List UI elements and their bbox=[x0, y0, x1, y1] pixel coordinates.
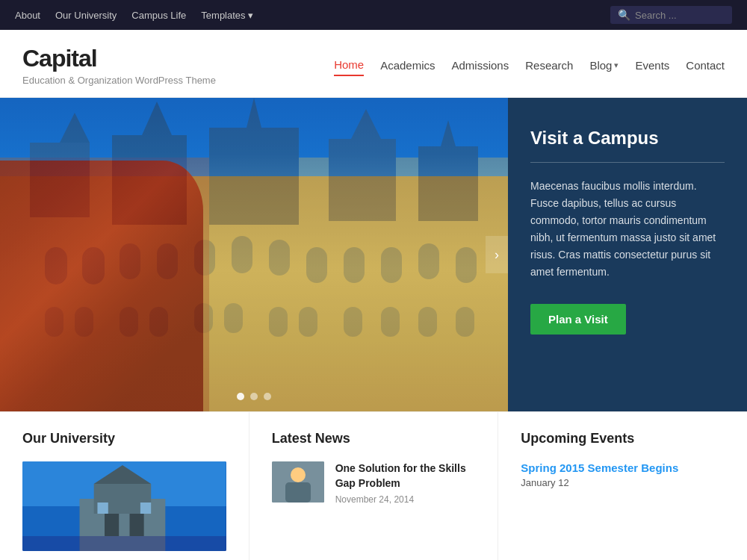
nav-academics[interactable]: Academics bbox=[380, 55, 435, 75]
hero-panel-text: Maecenas faucibus mollis interdum. Fusce… bbox=[530, 178, 725, 281]
slider-dot-2[interactable] bbox=[250, 393, 258, 400]
news-section-title: Latest News bbox=[272, 431, 476, 447]
plan-visit-button[interactable]: Plan a Visit bbox=[530, 304, 626, 335]
slider-dots bbox=[237, 393, 271, 400]
building-svg bbox=[0, 98, 508, 411]
nav-admissions[interactable]: Admissions bbox=[452, 55, 509, 75]
admin-search-bar: 🔍 bbox=[610, 6, 732, 24]
svg-rect-20 bbox=[344, 247, 365, 283]
hero-section: › Visit a Campus Maecenas faucibus molli… bbox=[0, 98, 747, 411]
nav-contact[interactable]: Contact bbox=[686, 55, 725, 75]
svg-rect-30 bbox=[269, 307, 288, 337]
university-image bbox=[22, 461, 226, 551]
svg-rect-33 bbox=[381, 307, 400, 337]
news-date: November 24, 2014 bbox=[335, 494, 476, 505]
hero-next-arrow[interactable]: › bbox=[486, 236, 508, 273]
slider-dot-3[interactable] bbox=[264, 393, 271, 400]
svg-rect-36 bbox=[0, 158, 209, 411]
blog-chevron-icon: ▾ bbox=[614, 60, 619, 70]
svg-rect-18 bbox=[269, 240, 290, 276]
news-title: One Solution for the Skills Gap Problem bbox=[335, 461, 476, 491]
event-date: January 12 bbox=[521, 477, 725, 488]
svg-rect-4 bbox=[209, 128, 299, 225]
svg-rect-43 bbox=[130, 514, 144, 536]
hero-panel-title: Visit a Campus bbox=[530, 128, 725, 149]
news-thumb-svg bbox=[272, 461, 324, 503]
hero-divider bbox=[530, 162, 725, 163]
search-icon: 🔍 bbox=[618, 9, 630, 21]
svg-rect-19 bbox=[306, 247, 327, 283]
university-image-svg bbox=[22, 461, 226, 551]
university-section: Our University bbox=[0, 412, 249, 560]
svg-rect-29 bbox=[224, 303, 243, 333]
svg-rect-35 bbox=[456, 307, 474, 337]
svg-rect-34 bbox=[418, 307, 437, 337]
svg-rect-22 bbox=[418, 243, 439, 279]
event-title-link[interactable]: Spring 2015 Semester Begins bbox=[521, 461, 725, 474]
nav-home[interactable]: Home bbox=[334, 55, 364, 76]
events-section: Upcoming Events Spring 2015 Semester Beg… bbox=[498, 412, 747, 560]
site-branding: Capital Education & Organization WordPre… bbox=[22, 45, 216, 86]
bottom-sections: Our University Latest News bbox=[0, 411, 747, 560]
news-thumbnail bbox=[272, 461, 324, 503]
svg-rect-23 bbox=[456, 247, 477, 283]
svg-rect-44 bbox=[97, 503, 108, 514]
svg-point-48 bbox=[291, 467, 306, 482]
admin-bar-item-campus-life[interactable]: Campus Life bbox=[131, 10, 186, 21]
news-content: One Solution for the Skills Gap Problem … bbox=[335, 461, 476, 505]
admin-bar-item-our-university[interactable]: Our University bbox=[55, 10, 117, 21]
site-tagline: Education & Organization WordPress Theme bbox=[22, 75, 216, 86]
hero-image: › bbox=[0, 98, 508, 411]
site-header: Capital Education & Organization WordPre… bbox=[0, 30, 747, 98]
nav-research[interactable]: Research bbox=[525, 55, 573, 75]
university-section-title: Our University bbox=[22, 431, 226, 447]
svg-rect-49 bbox=[285, 482, 311, 503]
admin-bar-item-templates[interactable]: Templates ▾ bbox=[201, 10, 253, 21]
events-section-title: Upcoming Events bbox=[521, 431, 725, 447]
site-title: Capital bbox=[22, 45, 216, 72]
svg-rect-42 bbox=[105, 514, 119, 536]
svg-rect-31 bbox=[299, 307, 317, 337]
svg-rect-21 bbox=[381, 247, 402, 283]
slider-dot-1[interactable] bbox=[237, 393, 244, 400]
search-input[interactable] bbox=[635, 10, 725, 21]
nav-events[interactable]: Events bbox=[635, 55, 669, 75]
news-item: One Solution for the Skills Gap Problem … bbox=[272, 461, 476, 505]
admin-bar-left: About Our University Campus Life Templat… bbox=[15, 10, 253, 21]
svg-rect-5 bbox=[329, 139, 396, 221]
admin-bar-item-about[interactable]: About bbox=[15, 10, 40, 21]
svg-rect-45 bbox=[140, 503, 151, 514]
svg-rect-46 bbox=[22, 536, 226, 551]
nav-blog[interactable]: Blog ▾ bbox=[589, 55, 619, 75]
hero-info-panel: Visit a Campus Maecenas faucibus mollis … bbox=[508, 98, 747, 411]
main-nav: Home Academics Admissions Research Blog … bbox=[334, 55, 725, 76]
svg-rect-17 bbox=[232, 236, 252, 273]
svg-rect-32 bbox=[344, 307, 362, 337]
news-section: Latest News One Solution for the Skills … bbox=[249, 412, 499, 560]
admin-bar: About Our University Campus Life Templat… bbox=[0, 0, 747, 30]
svg-rect-6 bbox=[418, 146, 478, 221]
